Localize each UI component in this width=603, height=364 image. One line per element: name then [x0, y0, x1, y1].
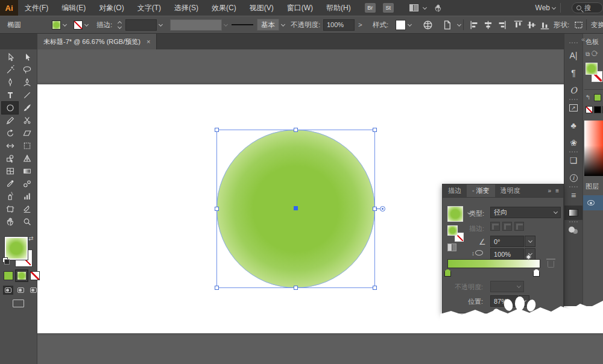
tab-gradient[interactable]: 渐变	[467, 184, 495, 197]
screen-mode-icon[interactable]	[13, 300, 24, 307]
gradient-preview-thumbnail[interactable]	[447, 206, 463, 222]
selection-handle[interactable]	[294, 286, 298, 290]
gradient-button[interactable]	[17, 271, 27, 280]
gradient-type-dropdown[interactable]: 径向	[490, 207, 561, 218]
draw-inside-mode-icon[interactable]	[28, 286, 39, 295]
pen-tool-icon[interactable]	[2, 77, 18, 89]
aspect-ratio-field[interactable]: 100%	[490, 248, 524, 260]
align-horizontal-left-icon[interactable]	[469, 16, 483, 33]
artboards-panel-icon[interactable]: ❏	[564, 153, 582, 168]
rotate-tool-icon[interactable]	[2, 127, 18, 139]
align-vertical-top-icon[interactable]	[513, 16, 526, 33]
black-swatch[interactable]	[594, 106, 601, 113]
paintbrush-tool-icon[interactable]	[19, 102, 35, 114]
opacity-more-options[interactable]: >	[358, 16, 362, 33]
transform-link[interactable]: 变换	[591, 20, 603, 30]
color-spectrum[interactable]	[584, 121, 603, 176]
transparency-panel-icon[interactable]	[564, 223, 582, 237]
opentype-panel-icon[interactable]: O	[564, 83, 582, 98]
none-button[interactable]	[30, 271, 40, 280]
arrange-documents-button[interactable]	[401, 4, 426, 11]
green-swatch[interactable]	[594, 94, 601, 101]
align-vertical-bottom-icon[interactable]	[539, 16, 553, 33]
menu-select[interactable]: 选择(S)	[168, 0, 205, 16]
width-tool-icon[interactable]	[2, 140, 18, 152]
width-profile-dropdown[interactable]	[170, 16, 227, 33]
menu-window[interactable]: 窗口(W)	[280, 0, 320, 16]
collapse-dock-icon[interactable]: «	[581, 36, 585, 43]
gradient-annotator-endpoint[interactable]	[380, 206, 385, 212]
stroke-color-dropdown[interactable]	[74, 16, 88, 33]
artboard-tool-icon[interactable]	[2, 203, 18, 215]
share-icon[interactable]	[434, 4, 443, 13]
document-tab[interactable]: 未标题-7* @ 66.67% (RGB/预览) ×	[37, 34, 157, 49]
selection-handle[interactable]	[215, 128, 219, 132]
panel-fill-proxy[interactable]	[447, 225, 458, 236]
character-panel-icon[interactable]: A|	[564, 48, 582, 63]
tab-stroke[interactable]: 描边	[443, 184, 467, 197]
column-graph-tool-icon[interactable]	[19, 190, 35, 202]
zoom-tool-icon[interactable]	[19, 216, 35, 228]
appearance-panel-icon[interactable]: ≡	[564, 188, 582, 202]
document-setup-dropdown[interactable]	[441, 16, 461, 33]
angle-dropdown-button[interactable]	[525, 236, 535, 247]
gradient-angle-field[interactable]: 0°	[490, 236, 524, 247]
selection-handle[interactable]	[373, 286, 377, 290]
menu-help[interactable]: 帮助(H)	[320, 0, 358, 16]
align-horizontal-center-icon[interactable]	[482, 16, 496, 33]
shape-properties-icon[interactable]	[573, 16, 587, 33]
ellipse-tool-icon[interactable]	[2, 102, 18, 114]
menu-edit[interactable]: 编辑(E)	[55, 0, 92, 16]
perspective-grid-tool-icon[interactable]	[19, 152, 35, 165]
fill-color-dropdown[interactable]	[52, 16, 66, 33]
reverse-gradient-icon[interactable]	[447, 243, 456, 251]
curvature-tool-icon[interactable]	[19, 77, 35, 89]
gradient-slider[interactable]	[447, 259, 540, 268]
brushes-panel-icon[interactable]: ❀	[564, 136, 582, 150]
recolor-artwork-icon[interactable]	[422, 16, 436, 33]
last-color-icon[interactable]: ↰	[586, 94, 590, 101]
gradient-center-point[interactable]	[294, 206, 298, 210]
gradient-tool-icon[interactable]	[19, 165, 35, 177]
close-tab-icon[interactable]: ×	[147, 38, 150, 45]
layer-row[interactable]	[583, 195, 603, 210]
gradient-stop-start[interactable]	[444, 269, 451, 277]
fill-color-proxy[interactable]	[5, 237, 28, 260]
slice-tool-icon[interactable]	[19, 203, 35, 215]
none-swatch[interactable]	[586, 106, 593, 113]
gradient-panel-icon[interactable]	[564, 206, 582, 220]
panel-menu-icon[interactable]: ≡	[555, 187, 559, 194]
selection-handle[interactable]	[215, 207, 219, 211]
free-transform-tool-icon[interactable]	[19, 140, 35, 152]
align-vertical-center-icon[interactable]	[526, 16, 540, 33]
swatches-fill-proxy[interactable]	[586, 63, 598, 75]
export-panel-icon[interactable]: ↗	[564, 101, 582, 115]
symbol-sprayer-tool-icon[interactable]	[2, 190, 18, 202]
search-input[interactable]: 搜	[572, 2, 603, 13]
menu-effect[interactable]: 效果(C)	[205, 0, 243, 16]
magic-wand-tool-icon[interactable]	[2, 64, 18, 76]
mesh-tool-icon[interactable]	[2, 165, 18, 177]
app-logo-icon[interactable]: Ai	[0, 0, 18, 16]
color-button[interactable]	[4, 271, 13, 280]
opacity-field[interactable]: 100%	[323, 16, 355, 33]
panel-expand-icon[interactable]: »	[548, 187, 552, 194]
menu-object[interactable]: 对象(O)	[92, 0, 130, 16]
layer-visibility-icon[interactable]	[587, 200, 595, 206]
selection-handle[interactable]	[294, 128, 298, 132]
gradient-stop-end[interactable]	[533, 269, 540, 277]
menu-type[interactable]: 文字(T)	[131, 0, 168, 16]
stroke-weight-stepper[interactable]	[118, 16, 123, 33]
info-panel-icon[interactable]: i	[564, 171, 582, 185]
eyedropper-tool-icon[interactable]	[2, 178, 18, 190]
symbols-panel-icon[interactable]: ♣	[564, 118, 582, 133]
draw-behind-mode-icon[interactable]	[16, 286, 26, 295]
type-tool-icon[interactable]	[2, 89, 18, 101]
line-tool-icon[interactable]	[19, 89, 35, 101]
pencil-tool-icon[interactable]	[2, 115, 18, 127]
selection-handle[interactable]	[215, 286, 219, 290]
direct-selection-tool-icon[interactable]	[2, 51, 18, 63]
menu-view[interactable]: 视图(V)	[243, 0, 280, 16]
brush-definition-dropdown[interactable]: 基本	[232, 16, 285, 33]
selection-handle[interactable]	[373, 128, 377, 132]
